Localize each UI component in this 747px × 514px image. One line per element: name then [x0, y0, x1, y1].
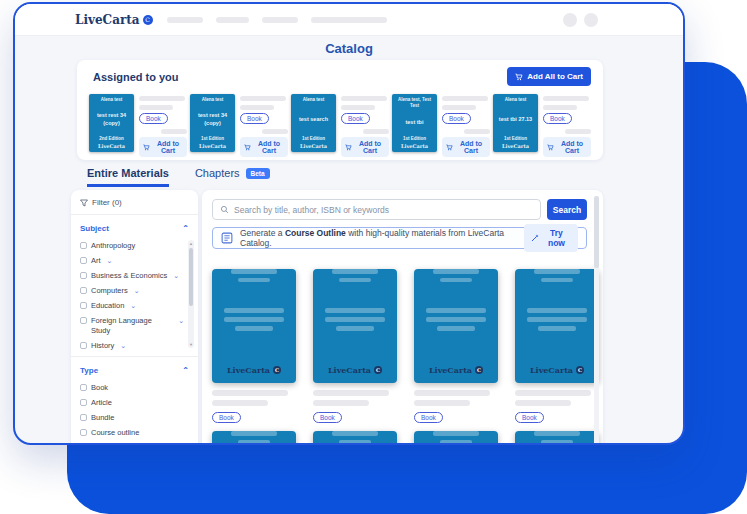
- book-cover[interactable]: LiveCartaC: [212, 269, 296, 383]
- subject-list-scrollbar[interactable]: ▲ ▼: [188, 240, 194, 348]
- book-cover[interactable]: LiveCartaC: [313, 269, 397, 383]
- checkbox[interactable]: [80, 429, 87, 436]
- subject-checkbox-history[interactable]: History ⌄: [80, 339, 184, 350]
- title-placeholder: [341, 96, 387, 101]
- livecarta-logo[interactable]: LiveCarta C: [75, 13, 153, 27]
- book-cover[interactable]: Alena test test rest 34 (copy) 1st Editi…: [190, 94, 235, 152]
- cover-line: [437, 326, 475, 331]
- checkbox[interactable]: [80, 384, 87, 391]
- author-placeholder: [414, 400, 470, 406]
- catalog-card: LiveCartaC Book: [313, 257, 397, 437]
- checkbox[interactable]: [80, 242, 87, 249]
- nav-menu: [167, 17, 387, 23]
- user-avatar[interactable]: [584, 13, 598, 27]
- cover-line: [440, 440, 472, 444]
- scroll-down-icon[interactable]: ▼: [189, 342, 193, 347]
- add-to-cart-button[interactable]: Add to Cart: [442, 137, 490, 157]
- chevron-down-icon[interactable]: ⌄: [120, 341, 126, 350]
- cart-icon: [547, 144, 554, 151]
- book-cover[interactable]: LiveCartaC: [515, 269, 599, 383]
- catalog-scrollbar[interactable]: [594, 196, 599, 445]
- checkbox[interactable]: [80, 287, 87, 294]
- tab-entire-materials[interactable]: Entire Materials: [87, 167, 169, 187]
- price-placeholder: [565, 129, 591, 134]
- page-title: Catalog: [15, 41, 683, 56]
- checkbox[interactable]: [80, 399, 87, 406]
- cover-line: [433, 269, 479, 274]
- type-checkbox-article[interactable]: Article: [80, 395, 198, 410]
- add-to-cart-button[interactable]: Add to Cart: [543, 137, 591, 157]
- cover-line: [231, 269, 277, 274]
- cover-line: [433, 431, 479, 436]
- subject-checkbox-computers[interactable]: Computers ⌄: [80, 283, 184, 298]
- title-placeholder: [515, 390, 591, 396]
- book-cover[interactable]: [414, 431, 498, 445]
- cart-icon: [244, 144, 251, 151]
- scroll-up-icon[interactable]: ▲: [189, 241, 193, 246]
- subject-section-header[interactable]: Subject ⌃: [71, 215, 198, 238]
- subject-checkbox-business-economics[interactable]: Business & Economics ⌄: [80, 268, 184, 283]
- add-all-to-cart-button[interactable]: Add All to Cart: [507, 67, 591, 86]
- add-to-cart-button[interactable]: Add to Cart: [139, 137, 187, 157]
- type-checkbox-book[interactable]: Book: [80, 380, 198, 395]
- add-to-cart-button[interactable]: Add to Cart: [341, 137, 389, 157]
- add-to-cart-button[interactable]: Add to Cart: [240, 137, 288, 157]
- subject-checkbox-education[interactable]: Education ⌄: [80, 299, 184, 314]
- tab-chapters[interactable]: Chapters Beta: [195, 167, 270, 179]
- magic-wand-icon: [531, 234, 539, 242]
- cover-line: [440, 278, 472, 282]
- subject-checkbox-anthropology[interactable]: Anthropology: [80, 238, 184, 253]
- book-cover[interactable]: [212, 431, 296, 445]
- chevron-down-icon[interactable]: ⌄: [107, 256, 113, 265]
- cart-icon: [143, 144, 150, 151]
- catalog-card: [414, 419, 498, 445]
- funnel-icon: [80, 199, 88, 207]
- checkbox[interactable]: [80, 342, 87, 349]
- chevron-down-icon[interactable]: ⌄: [130, 301, 136, 310]
- book-cover[interactable]: Alena test test search 1st Edition LiveC…: [291, 94, 336, 152]
- checkbox[interactable]: [80, 414, 87, 421]
- subject-checkbox-foreign-language-study[interactable]: Foreign Language Study ⌄: [80, 314, 184, 339]
- search-input[interactable]: [234, 205, 533, 215]
- search-icon: [220, 205, 229, 214]
- book-cover[interactable]: [515, 431, 599, 445]
- chevron-down-icon[interactable]: ⌄: [178, 316, 184, 325]
- scrollbar-thumb[interactable]: [594, 196, 599, 268]
- cart-icon: [515, 73, 523, 81]
- subject-checkbox-art[interactable]: Art ⌄: [80, 253, 184, 268]
- type-checkbox-bundle[interactable]: Bundle: [80, 410, 198, 425]
- book-cover[interactable]: Alena test test tbi 27.13 1st Edition Li…: [493, 94, 538, 152]
- checkbox[interactable]: [80, 317, 87, 324]
- book-cover[interactable]: [313, 431, 397, 445]
- type-checkbox-course-outline[interactable]: Course outline: [80, 425, 198, 440]
- search-button[interactable]: Search: [547, 199, 587, 220]
- livecarta-logo-icon: C: [475, 366, 483, 374]
- checkbox[interactable]: [80, 272, 87, 279]
- checkbox[interactable]: [80, 444, 87, 445]
- book-cover[interactable]: LiveCartaC: [414, 269, 498, 383]
- cover-line: [426, 317, 486, 322]
- cover-line: [527, 317, 587, 322]
- nav-item-placeholder[interactable]: [311, 17, 387, 23]
- cover-line: [534, 269, 580, 274]
- nav-item-placeholder[interactable]: [167, 17, 203, 23]
- header-action-circle[interactable]: [563, 13, 577, 27]
- search-field[interactable]: [212, 199, 541, 220]
- try-now-button[interactable]: Try now: [524, 224, 578, 252]
- chevron-down-icon[interactable]: ⌄: [173, 271, 179, 280]
- title-placeholder: [139, 96, 185, 101]
- nav-item-placeholder[interactable]: [216, 17, 249, 23]
- cover-brand: LiveCartaC: [515, 365, 599, 375]
- book-cover[interactable]: Alena test test rest 34 (copy) 2nd Editi…: [89, 94, 134, 152]
- type-section-header[interactable]: Type ⌃: [71, 356, 198, 380]
- cover-line: [325, 308, 385, 313]
- scrollbar-thumb[interactable]: [189, 248, 193, 306]
- cover-brand: LiveCartaC: [414, 365, 498, 375]
- nav-item-placeholder[interactable]: [262, 17, 298, 23]
- livecarta-logo-icon: C: [576, 366, 584, 374]
- book-cover[interactable]: Alena test, Test Test test tbi 1st Editi…: [392, 94, 437, 152]
- chevron-down-icon[interactable]: ⌄: [134, 286, 140, 295]
- checkbox[interactable]: [80, 257, 87, 264]
- checkbox[interactable]: [80, 302, 87, 309]
- type-checkbox-essay[interactable]: Essay: [80, 441, 198, 446]
